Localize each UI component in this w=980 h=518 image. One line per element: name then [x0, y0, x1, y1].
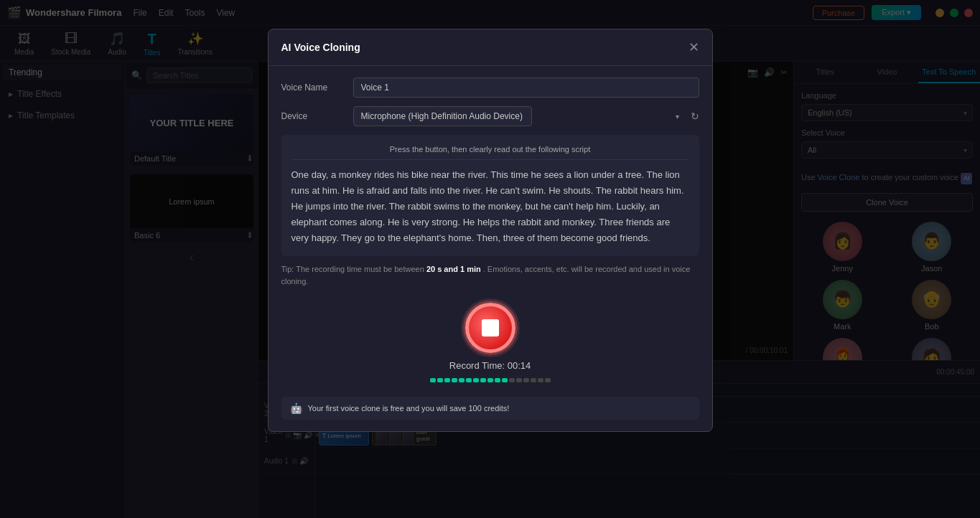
progress-dot-0: [430, 378, 436, 382]
device-row: Device Microphone (High Definition Audio…: [281, 106, 699, 126]
promo-banner: 🤖 Your first voice clone is free and you…: [281, 397, 699, 420]
progress-dot-7: [480, 378, 486, 382]
record-time: Record Time: 00:14: [449, 360, 531, 371]
promo-text: Your first voice clone is free and you w…: [308, 404, 510, 413]
tip-bold: 20 s and 1 min: [426, 265, 481, 273]
progress-dot-6: [473, 378, 479, 382]
device-select-wrapper: Microphone (High Definition Audio Device…: [353, 106, 685, 126]
progress-dot-14: [531, 378, 536, 382]
script-text: One day, a monkey rides his bike near th…: [291, 167, 689, 246]
tip-prefix: Tip: The recording time must be between: [281, 265, 426, 273]
voice-name-label: Voice Name: [281, 83, 353, 93]
voice-name-input[interactable]: [353, 77, 699, 98]
progress-dot-4: [459, 378, 465, 382]
script-area: Press the button, then clearly read out …: [281, 135, 699, 256]
progress-dot-3: [452, 378, 457, 382]
modal-header: AI Voice Cloning ✕: [269, 29, 712, 66]
voice-name-row: Voice Name: [281, 77, 699, 98]
progress-dot-10: [502, 378, 508, 382]
progress-dot-1: [437, 378, 443, 382]
device-refresh-icon[interactable]: ↻: [691, 110, 699, 122]
script-hint: Press the button, then clearly read out …: [291, 145, 689, 160]
progress-dot-12: [516, 378, 522, 382]
device-label: Device: [281, 111, 353, 121]
progress-dot-13: [523, 378, 529, 382]
record-stop-icon: [482, 319, 499, 336]
modal-overlay: AI Voice Cloning ✕ Voice Name Device Mic…: [0, 0, 980, 518]
record-button[interactable]: [465, 303, 515, 353]
modal-title: AI Voice Cloning: [281, 42, 360, 53]
progress-dot-15: [538, 378, 543, 382]
progress-dot-8: [487, 378, 493, 382]
modal-close-button[interactable]: ✕: [689, 39, 699, 55]
progress-dot-11: [509, 378, 515, 382]
ai-voice-cloning-modal: AI Voice Cloning ✕ Voice Name Device Mic…: [268, 29, 713, 432]
progress-dot-9: [495, 378, 500, 382]
progress-dot-2: [444, 378, 450, 382]
tip-text: Tip: The recording time must be between …: [281, 263, 699, 287]
progress-dot-5: [466, 378, 472, 382]
promo-ai-icon: 🤖: [290, 402, 302, 414]
record-section: Record Time: 00:14: [281, 296, 699, 390]
modal-body: Voice Name Device Microphone (High Defin…: [269, 66, 712, 431]
device-select[interactable]: Microphone (High Definition Audio Device…: [353, 106, 532, 126]
progress-dot-16: [545, 378, 551, 382]
record-progress: [430, 378, 551, 382]
